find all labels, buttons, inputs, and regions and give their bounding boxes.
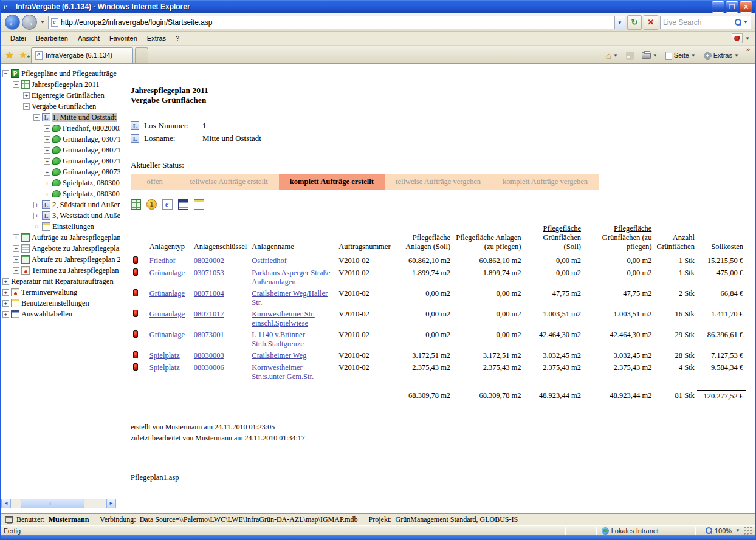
expand-icon[interactable]: + [44,180,50,186]
dark-table-icon[interactable] [178,199,188,210]
collapse-icon[interactable]: − [23,103,30,110]
grid-table-icon[interactable] [131,199,141,210]
zoom-dropdown-icon[interactable]: ▼ [735,528,740,533]
expand-icon[interactable]: + [44,136,50,143]
pdf-toolbar-icon[interactable] [732,33,743,43]
anlagenname-link[interactable]: Kornwestheimer Str.:s.unter Gem.Str. [252,363,314,381]
tree-item-los1[interactable]: −L1, Mitte und Oststadt [1,112,120,123]
tree-item-reparatur[interactable]: +Reparatur mit Reparaturaufträgen [1,276,120,287]
anlagenschluessel-link[interactable]: 08020002 [194,256,224,265]
tree-item-gruenanlage-03071053[interactable]: +Grünanlage, 03071053, Parkhaus Asperger… [1,134,120,145]
anlagentyp-link[interactable]: Grünanlage [149,268,185,277]
expand-icon[interactable]: + [33,213,40,219]
expand-icon[interactable]: + [13,267,19,274]
scrollbar-track[interactable] [11,499,106,508]
resize-grip[interactable] [744,527,752,535]
col-pf-anlagen-zu-pflegen[interactable]: Pflegefläche Anlagen (zu pflegen) [453,223,523,255]
tree-item-gruenanlage-08071017[interactable]: +Grünanlage, 08071017, Kornwestheimer St… [1,156,120,166]
collapse-icon[interactable]: − [2,70,9,77]
anlagenschluessel-link[interactable]: 08030003 [194,351,224,360]
col-sollkosten[interactable]: Sollkosten [697,223,746,255]
tree-item-spielplatz-08030006[interactable]: +Spielplatz, 08030006, Kornwestheimer St… [1,188,120,199]
anlagenschluessel-link[interactable]: 08071017 [194,310,224,318]
tree-item-einstellungen[interactable]: ○Einstellungen [1,221,120,232]
collapse-icon[interactable]: − [33,114,40,121]
back-button[interactable]: ← [5,15,20,30]
anlagentyp-link[interactable]: Grünanlage [149,330,185,339]
col-anlagenschluessel[interactable]: Anlagenschlüssel [191,223,249,255]
tree-item-angebote[interactable]: +Angebote zu Jahrespflegeplan 2011 [1,243,120,254]
close-button[interactable]: ✕ [740,1,752,13]
expand-icon[interactable]: + [2,278,9,285]
tree-item-pflegeplaene[interactable]: −PPflegepläne und Pflegeaufträge [1,68,120,79]
anlagenname-link[interactable]: Crailsheimer Weg [252,351,306,360]
coin-icon[interactable]: 1 [146,199,157,210]
add-favorite-icon[interactable]: ★ [17,48,29,63]
col-pf-gruen-soll[interactable]: Pflegefläche Grünflächen (Soll) [523,223,583,255]
anlagenname-link[interactable]: Ostfriedhof [252,256,287,265]
address-url[interactable]: http://europa2/infravergabe/login/Starts… [61,18,213,27]
expand-icon[interactable]: + [13,245,19,252]
extras-button[interactable]: Extras▼ [701,48,742,63]
anlagentyp-link[interactable]: Friedhof [149,256,176,265]
zoom-level[interactable]: 100% [715,527,732,535]
anlagenname-link[interactable]: Crailsheimer Weg/Haller Str. [252,289,328,307]
address-dropdown-button[interactable]: ▼ [615,16,625,29]
tree-item-terminverwaltung[interactable]: +Terminverwaltung [1,287,120,298]
anlagenschluessel-link[interactable]: 08030006 [194,363,224,372]
expand-icon[interactable]: + [13,256,19,263]
seite-button[interactable]: Seite▼ [662,48,699,63]
anlagenname-link[interactable]: L 1140 v.Brünner Str.b.Stadtgrenze [252,330,304,348]
forward-button[interactable]: → [22,15,37,30]
anlagentyp-link[interactable]: Grünanlage [149,310,185,318]
new-tab-stub[interactable] [135,47,148,63]
tree-item-abrufe[interactable]: +Abrufe zu Jahrespflegeplan 2011 [1,254,120,265]
expand-icon[interactable]: + [44,169,50,176]
form-window-icon[interactable] [194,199,204,210]
search-icon[interactable] [735,19,741,26]
col-auftragsnummer[interactable]: Auftragsnummer [336,223,393,255]
col-pf-gruen-zu-pflegen[interactable]: Pflegefläche Grünflächen (zu pflegen) [583,223,654,255]
expand-icon[interactable]: + [44,191,50,197]
tree-horizontal-scrollbar[interactable]: ◄ ► [1,499,116,508]
scroll-left-icon[interactable]: ◄ [1,499,11,508]
print-button[interactable]: ▼ [639,48,661,63]
tree-item-gruenanlage-08073001[interactable]: +Grünanlage, 08073001, L 1140 v.Brünner … [1,166,120,177]
expand-icon[interactable]: + [2,289,9,296]
tree-item-vergabe[interactable]: −Vergabe Grünflächen [1,101,120,112]
tree-item-eigenregie[interactable]: +Eigenregie Grünflächen [1,90,120,101]
minimize-button[interactable]: _ [712,1,724,13]
history-dropdown-icon[interactable]: ▼ [39,16,46,29]
menu-hilfe[interactable]: ? [171,33,184,44]
anlagenschluessel-link[interactable]: 08073001 [194,330,224,339]
tree-item-benutzereinstellungen[interactable]: +Benutzereinstellungen [1,298,120,309]
anlagentyp-link[interactable]: Spielplatz [149,363,180,372]
restore-button[interactable]: ❐ [726,1,738,13]
anlagenschluessel-link[interactable]: 03071053 [194,268,224,277]
favorites-center-icon[interactable]: ★ [4,48,15,63]
col-anzahl[interactable]: Anzahl Grünflächen [654,223,696,255]
stop-button[interactable]: ✕ [644,15,658,30]
anlagentyp-link[interactable]: Grünanlage [149,289,185,298]
tab-infravergabe[interactable]: InfraVergabe (6.1.134) [31,47,133,63]
web-export-icon[interactable] [162,199,173,210]
tree-item-friedhof[interactable]: +Friedhof, 08020002, Ostfriedhof [1,123,120,134]
address-input[interactable]: http://europa2/infravergabe/login/Starts… [48,16,615,29]
expand-icon[interactable]: + [2,300,9,307]
tree-item-auftraege[interactable]: +Aufträge zu Jahrespflegeplan 2011 [1,232,120,243]
tree-item-termine[interactable]: +Termine zu Jahrespflegeplan 2011 [1,265,120,276]
anlagenname-link[interactable]: Kornwestheimer Str. einschl.Spielwiese [252,310,314,327]
col-anlagenname[interactable]: Anlagenname [249,223,336,255]
search-input[interactable]: Live Search ▼ [660,16,751,29]
expand-icon[interactable]: + [2,311,9,318]
refresh-button[interactable]: ↻ [627,15,642,30]
zoom-magnifier-icon[interactable] [706,527,712,534]
expand-icon[interactable]: + [44,147,50,154]
menu-ansicht[interactable]: Ansicht [74,33,104,44]
tree-item-los3[interactable]: +L3, Weststadt und Außenbereiche [1,210,120,221]
menu-extras[interactable]: Extras [143,33,170,44]
anlagenname-link[interactable]: Parkhaus Asperger Straße-Außenanlagen [252,268,332,286]
col-anlagentyp[interactable]: Anlagentyp [147,223,191,255]
tree-item-los2[interactable]: +L2, Südstadt und Außenbereiche [1,199,120,210]
tree-item-gruenanlage-08071004[interactable]: +Grünanlage, 08071004, Crailsheimer Weg/… [1,145,120,156]
